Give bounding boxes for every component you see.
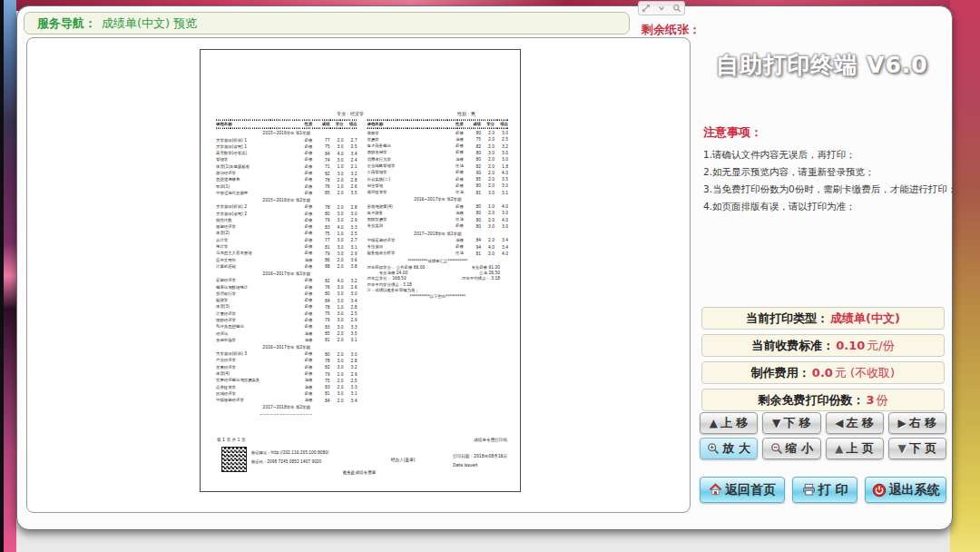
course-credit: 2.0 [481,171,495,175]
course-row: 会计学必修773.02.7 [216,237,358,243]
course-row: 体育(1)及健康标准必修711.02.1 [216,163,358,170]
course-score: 78 [317,359,330,363]
course-gpa: 2.5 [344,311,358,316]
course-credit: 3.0 [330,365,344,370]
page-up-button[interactable]: ▲上 页 [826,438,884,459]
course-nature: 必修 [301,191,317,196]
zoom-out-button[interactable]: 缩 小 [762,438,820,459]
course-credit: 3.0 [330,311,344,316]
course-credit: 4.0 [330,224,344,229]
course-nature: 选修 [301,330,317,336]
course-name: 保险学 [368,130,453,135]
course-nature: 必修 [301,164,317,170]
desktop-right-strip [950,0,980,552]
course-score: 75 [317,144,330,149]
course-gpa: 2.9 [344,371,358,376]
course-name: 计算机基础 [216,264,301,270]
button-label: 下 移 [783,415,811,431]
course-gpa: 3.0 [344,291,358,296]
zoom-in-button[interactable]: 放 大 [700,438,758,459]
course-row: 发展经济学必修823.03.2 [216,364,358,370]
course-nature: 必修 [452,183,467,189]
column-header: 性质 [301,122,317,127]
course-name: 产业经济学 [216,358,301,363]
move-right-button[interactable]: ▶右 移 [888,412,946,434]
course-row: 货币银行学必修803.03.0 [216,291,358,297]
course-nature: 必修 [301,171,317,176]
course-row: 体育(4)必修791.02.9 [216,370,358,377]
course-gpa: 2.9 [344,318,358,322]
course-row: 国际贸易学任选802.04.0 [368,216,509,222]
course-nature: 任选 [452,251,467,256]
course-score: 84 [317,399,330,403]
notice-list: 1.请确认文件内容无误后，再打印；2.如无显示预览内容，请重新登录预览；3.当免… [703,146,950,215]
course-row: 工商管理学必修902.04.0 [368,169,509,175]
info-row: 当前收费标准：0.10元/份 [701,334,945,357]
course-row: 高等数学(经管类)必修844.03.4 [216,150,358,156]
course-credit: 2.0 [330,191,344,195]
course-score: 82 [317,278,330,282]
course-nature: 必修 [301,284,317,290]
course-score: 80 [467,183,481,188]
arrow-up-icon: ▲ [710,418,718,429]
move-down-button[interactable]: ▼下 移 [762,412,820,434]
print-button[interactable]: 打 印 [792,477,858,503]
course-gpa: 3.3 [344,385,358,389]
exit-button[interactable]: 退出系统 [865,477,946,503]
course-name: 线性代数 [216,218,301,223]
course-credit: 2.0 [481,238,495,242]
chevron-down-icon[interactable] [657,4,666,13]
course-score: 78 [317,178,330,182]
notice-heading: 注意事项： [703,124,950,141]
move-up-button[interactable]: ▲上 移 [700,412,758,434]
course-nature: 必修 [452,176,467,182]
course-row: 保险学必修802.03.0 [368,130,509,136]
transcript-page-content: 专业：经济学 性别：男 课程名称性质成绩学分绩点2015~2016学年 第1学期… [201,50,520,491]
course-row: 专业英语必修944.03.4 [368,243,509,250]
course-row: 微观经济学必修834.03.3 [216,223,358,230]
course-row: 创业管理必修802.03.0 [368,182,509,189]
transcript-page: 专业：经济学 性别：男 课程名称性质成绩学分绩点2015~2016学年 第1学期… [200,49,521,492]
course-row: 线性代数必修793.02.9 [216,217,358,223]
resize-icon[interactable] [642,4,651,13]
move-left-button[interactable]: ◀左 移 [826,412,884,434]
course-name: 大学英语(听说) 1 [216,137,301,143]
info-row-label: 制作费用： [751,365,810,381]
table-header-row: 课程名称性质成绩学分绩点 [216,122,358,128]
remaining-paper-label: 剩余纸张： [642,22,701,38]
course-gpa: 3.1 [495,190,508,194]
course-gpa: 3.4 [344,151,358,155]
course-row: 证券投资学选修832.03.3 [216,384,358,390]
course-credit: 2.0 [330,399,344,403]
course-gpa: 3.3 [344,224,358,229]
course-score: 81 [317,244,330,249]
page-up-icon: ▲ [835,443,843,454]
course-credit: 3.0 [330,359,344,363]
course-row: 中级宏观经济学选修842.03.4 [368,237,509,243]
home-button[interactable]: 返回首页 [700,477,785,503]
course-nature: 必修 [301,291,317,297]
course-score: 82 [467,143,481,148]
course-row: 电子政务选修802.03.0 [368,210,509,216]
transcript-major: 专业：经济学 [337,111,364,117]
course-score: 79 [317,318,330,322]
service-nav-label: 服务导航： [37,15,96,32]
course-name: 形势与政策(4) [368,203,453,209]
document-preview-area[interactable]: 专业：经济学 性别：男 课程名称性质成绩学分绩点2015~2016学年 第1学期… [26,37,691,513]
zoom-page-buttons: 放 大缩 小▲上 页▼下 页 [700,438,946,459]
date-issued-label: Date Issued [453,462,477,468]
course-name: 经济法 [216,330,301,336]
course-score: 83 [317,325,330,330]
magnifier-icon[interactable] [672,4,681,13]
course-score: 85 [467,177,481,182]
course-credit: 3.0 [481,190,495,194]
term-header: 2015~2016学年 第2学期 [216,196,358,203]
course-score: 90 [467,171,481,175]
course-credit: 3.0 [330,158,344,163]
verify-url: 验证网址：http://202.116.205.100:8080/ [251,450,328,456]
page-down-button[interactable]: ▼下 页 [888,438,946,459]
button-label: 退出系统 [889,482,940,498]
course-credit: 2.0 [330,338,344,342]
course-gpa: 3.0 [495,183,508,188]
course-gpa: 2.1 [344,164,358,169]
